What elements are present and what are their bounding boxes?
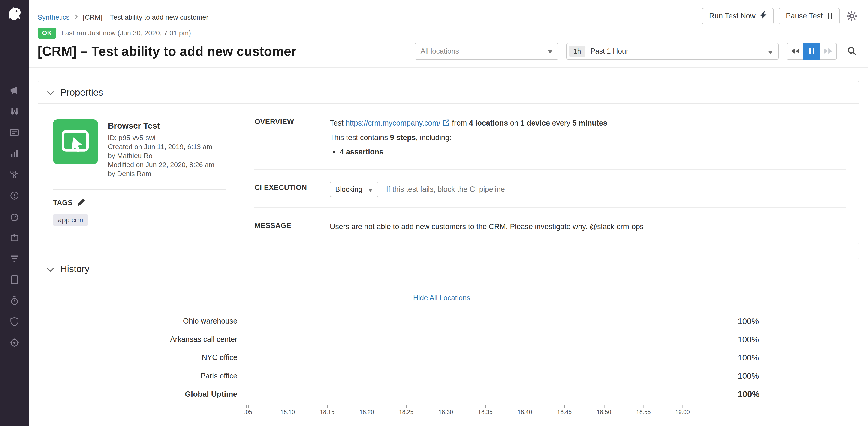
- time-range-dropdown[interactable]: 1h Past 1 Hour: [566, 43, 779, 60]
- uptime-value: 100%: [738, 353, 759, 363]
- breadcrumb-current: [CRM] – Test ability to add new customer: [83, 13, 209, 21]
- uptime-bar: [246, 316, 728, 327]
- uptime-value: 100%: [738, 389, 760, 399]
- axis-tick-label: 19:00: [675, 409, 690, 415]
- axis-tick-label: 18:50: [597, 409, 611, 415]
- chevron-down-icon: [47, 87, 54, 97]
- content: Properties Browser Test ID: p95-vv5-swi …: [29, 81, 868, 426]
- overview-label: OVERVIEW: [254, 116, 330, 159]
- message-row: MESSAGE Users are not able to add new cu…: [254, 207, 846, 244]
- chevron-right-icon: [74, 13, 78, 21]
- test-info-column: Browser Test ID: p95-vv5-swi Created on …: [38, 104, 240, 244]
- uptime-value: 100%: [738, 371, 759, 381]
- message-label: MESSAGE: [254, 220, 330, 234]
- zoom-search-icon[interactable]: [845, 43, 859, 60]
- edit-pencil-icon[interactable]: [78, 198, 85, 208]
- axis-tick-label: 18:10: [280, 409, 295, 415]
- monitors-icon[interactable]: [9, 190, 20, 201]
- time-range-label: Past 1 Hour: [591, 47, 629, 55]
- watchlist-icon[interactable]: [9, 127, 20, 138]
- run-test-label: Run Test Now: [709, 12, 755, 20]
- pause-icon: [809, 48, 814, 55]
- test-meta: Browser Test ID: p95-vv5-swi Created on …: [108, 119, 214, 178]
- chevron-down-icon: [47, 264, 54, 274]
- axis-tick-label: 18:45: [557, 409, 571, 415]
- page-title: [CRM] – Test ability to add new customer: [38, 44, 297, 59]
- synthetics-icon[interactable]: [9, 211, 20, 222]
- timer-icon[interactable]: [9, 295, 20, 306]
- pause-live-button[interactable]: [803, 43, 820, 60]
- integrations-icon[interactable]: [9, 232, 20, 243]
- properties-detail-column: OVERVIEW Test https://crm.mycompany.com/…: [240, 104, 859, 244]
- breadcrumb-synthetics-link[interactable]: Synthetics: [38, 13, 69, 21]
- uptime-value: 100%: [738, 335, 759, 344]
- tags-label: TAGS: [53, 199, 72, 207]
- topbar: Synthetics [CRM] – Test ability to add n…: [29, 0, 868, 68]
- ci-blocking-dropdown[interactable]: Blocking: [330, 182, 378, 197]
- rewind-button[interactable]: [786, 43, 804, 60]
- logs-pipeline-icon[interactable]: [9, 253, 20, 264]
- caret-down-icon: [368, 183, 373, 196]
- test-modified-by: by Denis Ram: [108, 169, 214, 178]
- test-modified: Modified on Jun 22, 2020, 8:26 am: [108, 160, 214, 169]
- locations-dropdown-value: All locations: [421, 47, 459, 55]
- axis-tick-label: 18:25: [399, 409, 413, 415]
- properties-card: Properties Browser Test ID: p95-vv5-swi …: [38, 81, 859, 244]
- uptime-bar: [246, 334, 728, 345]
- settings-gear-icon[interactable]: [845, 8, 859, 25]
- ci-hint-text: If this test fails, block the CI pipelin…: [386, 182, 505, 197]
- ci-blocking-value: Blocking: [335, 183, 363, 196]
- header-controls: All locations 1h Past 1 Hour: [414, 43, 859, 60]
- locations-dropdown[interactable]: All locations: [414, 43, 558, 60]
- uptime-row: Paris office 100%: [38, 367, 845, 385]
- properties-section-title: Properties: [60, 87, 103, 98]
- uptime-row-label: Global Uptime: [38, 390, 237, 398]
- axis-tick-label: 18:15: [320, 409, 335, 415]
- pause-icon: [828, 13, 833, 19]
- history-card: History Hide All Locations Ohio warehous…: [38, 258, 859, 426]
- history-section-title: History: [60, 264, 90, 274]
- overview-text: , including:: [416, 133, 452, 142]
- fast-forward-button[interactable]: [820, 43, 837, 60]
- overview-content: Test https://crm.mycompany.com/ from 4 l…: [330, 116, 608, 159]
- caret-down-icon: [548, 47, 553, 55]
- overview-frequency: 5 minutes: [572, 119, 607, 127]
- history-body: Hide All Locations Ohio warehouse 100% A…: [38, 281, 859, 426]
- processes-icon[interactable]: [9, 169, 20, 180]
- ci-execution-label: CI EXECUTION: [254, 182, 330, 197]
- time-range-chip: 1h: [569, 46, 585, 57]
- binoculars-icon[interactable]: [9, 106, 20, 117]
- tag-chip[interactable]: app:crm: [53, 214, 88, 226]
- notebooks-icon[interactable]: [9, 274, 20, 285]
- test-id: ID: p95-vv5-swi: [108, 133, 214, 142]
- test-created: Created on Jun 11, 2019, 6:13 am: [108, 142, 214, 152]
- hide-all-locations-link[interactable]: Hide All Locations: [38, 294, 845, 302]
- test-url-link[interactable]: https://crm.mycompany.com/: [346, 119, 440, 127]
- pause-test-button[interactable]: Pause Test: [779, 8, 840, 25]
- external-link-icon[interactable]: [443, 117, 450, 131]
- test-created-by: by Mathieu Ro: [108, 152, 214, 160]
- apm-target-icon[interactable]: [9, 337, 20, 348]
- security-shield-icon[interactable]: [9, 316, 20, 327]
- uptime-row-label: Ohio warehouse: [38, 317, 237, 325]
- caret-down-icon: [768, 46, 773, 56]
- overview-device: 1 device: [521, 119, 550, 127]
- datadog-logo-icon[interactable]: [5, 4, 24, 23]
- history-section-header[interactable]: History: [38, 258, 859, 281]
- test-type: Browser Test: [108, 121, 214, 131]
- overview-locations: 4 locations: [469, 119, 508, 127]
- metrics-icon[interactable]: [9, 148, 20, 159]
- properties-section-header[interactable]: Properties: [38, 81, 859, 104]
- overview-assertions: 4 assertions: [340, 148, 383, 156]
- uptime-bar: [246, 370, 728, 382]
- properties-body: Browser Test ID: p95-vv5-swi Created on …: [38, 104, 859, 244]
- status-row: OK Last ran Just now (Jun 30, 2020, 7:01…: [38, 28, 859, 38]
- header-actions: Run Test Now Pause Test: [702, 8, 859, 25]
- status-badge: OK: [38, 28, 56, 38]
- run-test-now-button[interactable]: Run Test Now: [702, 8, 774, 25]
- last-ran-text: Last ran Just now (Jun 30, 2020, 7:01 pm…: [61, 29, 191, 37]
- megaphone-icon[interactable]: [9, 85, 20, 96]
- overview-text: from: [450, 119, 469, 127]
- axis-tick-label: 18:35: [478, 409, 493, 415]
- overview-text: This test contains: [330, 133, 390, 142]
